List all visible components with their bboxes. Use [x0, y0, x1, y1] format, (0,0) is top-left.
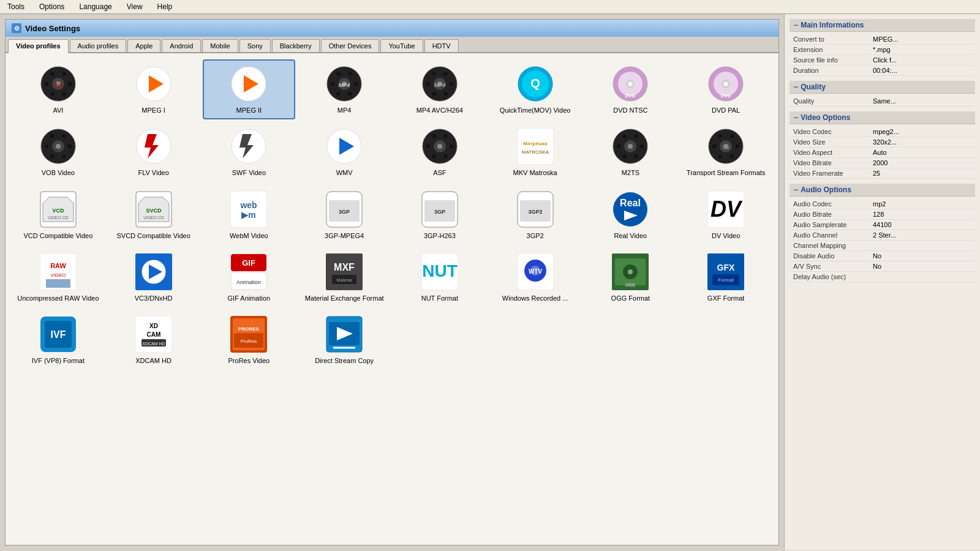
- format-item-xdcam[interactable]: XD CAM XDCAM HD XDCAM HD: [107, 310, 200, 370]
- info-value: MPEG...: [873, 36, 971, 43]
- format-item-nut[interactable]: NUT NUT Format: [393, 247, 486, 307]
- tab-mobile[interactable]: Mobile: [202, 39, 238, 52]
- info-label: Source file info: [793, 56, 873, 64]
- format-item-3gp2[interactable]: 3GP2 3GP2: [489, 185, 582, 245]
- svg-text:DV: DV: [710, 197, 743, 222]
- menu-view[interactable]: View: [124, 1, 145, 12]
- section-toggle[interactable]: −: [793, 186, 798, 194]
- format-item-3gph263[interactable]: 3GP 3GP-H263: [393, 185, 486, 245]
- info-value: *.mpg: [873, 46, 971, 53]
- format-item-mxf[interactable]: MXF Material Material Exchange Format: [298, 247, 391, 307]
- menu-help[interactable]: Help: [155, 1, 175, 12]
- format-item-gif[interactable]: GIF Animation GIF Animation: [203, 247, 296, 307]
- section-toggle[interactable]: −: [793, 83, 798, 91]
- format-item-dv[interactable]: DV DV Video: [679, 185, 772, 245]
- format-item-mpeg1[interactable]: MPEG I: [107, 59, 200, 119]
- section-toggle[interactable]: −: [793, 113, 798, 122]
- format-item-dvdpal[interactable]: DVD DVD PAL: [679, 59, 772, 119]
- svg-text:Матрёшка: Матрёшка: [523, 141, 548, 146]
- format-item-asf[interactable]: ASF: [393, 122, 486, 182]
- format-item-quicktime[interactable]: Q QuickTime(MOV) Video: [489, 59, 582, 119]
- tab-audio-profiles[interactable]: Audio profiles: [70, 39, 127, 52]
- tab-video-profiles[interactable]: Video profiles: [8, 39, 69, 53]
- format-item-ogv[interactable]: OGG OGG Format: [584, 247, 677, 307]
- svg-text:OGG: OGG: [625, 283, 635, 287]
- section-header[interactable]: − Audio Options: [790, 184, 975, 197]
- format-item-wtv[interactable]: WTV Windows Recorded ...: [489, 247, 582, 307]
- format-item-swf[interactable]: SWF Video: [203, 122, 296, 182]
- tab-youtube[interactable]: YouTube: [380, 39, 423, 52]
- section-header[interactable]: − Video Options: [790, 111, 975, 124]
- right-panel: − Main InformationsConvert toMPEG...Exte…: [784, 14, 980, 550]
- format-item-flv[interactable]: FLV Video: [107, 122, 200, 182]
- svg-point-57: [62, 135, 66, 138]
- format-item-tsf[interactable]: TS Transport Stream Formats: [679, 122, 772, 182]
- info-row: Convert toMPEG...: [790, 34, 975, 45]
- format-icon-dv: DV: [706, 190, 745, 229]
- info-row: Audio Samplerate44100: [790, 220, 975, 230]
- svg-text:MXF: MXF: [334, 262, 355, 272]
- format-icon-m2ts: [611, 127, 650, 166]
- svg-text:RAW: RAW: [50, 262, 66, 269]
- format-item-mpeg2[interactable]: MPEG II: [203, 59, 296, 119]
- menu-options[interactable]: Options: [37, 1, 67, 12]
- section-header[interactable]: − Main Informations: [790, 19, 975, 32]
- section-toggle[interactable]: −: [793, 21, 798, 29]
- format-item-mp4avc[interactable]: MP4 MP4 AVC/H264: [393, 59, 486, 119]
- menu-tools[interactable]: Tools: [5, 1, 27, 12]
- format-icon-quicktime: Q: [516, 64, 555, 103]
- svg-point-87: [736, 144, 739, 148]
- format-label-gif: GIF Animation: [228, 294, 271, 302]
- tab-blackberry[interactable]: Blackberry: [272, 39, 320, 52]
- format-item-raw[interactable]: RAW VIDEO Uncompressed RAW Video: [12, 247, 105, 307]
- svg-text:▶m: ▶m: [242, 210, 256, 220]
- format-item-real[interactable]: Real Real Video: [584, 185, 677, 245]
- format-label-3gpmpeg4: 3GP-MPEG4: [325, 231, 364, 240]
- format-item-mp4[interactable]: MP4 MP4: [298, 59, 391, 119]
- format-item-webm[interactable]: web ▶m WebM Video: [203, 185, 296, 245]
- main-container: ⚙ Video Settings Video profilesAudio pro…: [0, 14, 980, 550]
- format-item-vcd[interactable]: VCD VIDEO CD VCD Compatible Video: [12, 185, 105, 245]
- svg-point-5: [50, 92, 54, 96]
- svg-text:NUT: NUT: [422, 261, 458, 280]
- format-item-svcd[interactable]: SVCD VIDEO CD SVCD Compatible Video: [107, 185, 200, 245]
- svg-point-32: [426, 82, 430, 86]
- format-label-mkv: MKV Matroska: [513, 168, 557, 177]
- format-icon-xdcam: XD CAM XDCAM HD: [134, 315, 173, 354]
- menu-language[interactable]: Language: [77, 1, 114, 12]
- svg-point-3: [68, 82, 72, 86]
- tab-android[interactable]: Android: [162, 39, 201, 52]
- format-item-prores[interactable]: PRORES ProRes ProRes Video: [203, 310, 296, 370]
- section-header[interactable]: − Quality: [790, 81, 975, 94]
- format-icon-vc3: [134, 252, 173, 291]
- format-item-m2ts[interactable]: M2TS: [584, 122, 677, 182]
- info-row: Disable AudioNo: [790, 251, 975, 261]
- format-item-dsc[interactable]: Direct Stream Copy: [298, 310, 391, 370]
- svg-text:DVD: DVD: [721, 93, 731, 99]
- svg-point-24: [349, 72, 352, 76]
- format-label-swf: SWF Video: [232, 168, 266, 177]
- format-label-vc3: VC3/DNxHD: [135, 294, 173, 302]
- format-item-dvdntsc[interactable]: DVD DVD NTSC: [584, 59, 677, 119]
- format-label-ogv: OGG Format: [611, 294, 650, 302]
- format-label-dvdntsc: DVD NTSC: [613, 106, 647, 114]
- format-item-3gpmpeg4[interactable]: 3GP 3GP-MPEG4: [298, 185, 391, 245]
- tab-sony[interactable]: Sony: [239, 39, 271, 52]
- format-item-vc3[interactable]: VC3/DNxHD: [107, 247, 200, 307]
- format-item-gxf[interactable]: GFX Format GXF Format: [679, 247, 772, 307]
- svg-point-79: [635, 155, 638, 159]
- format-item-avi[interactable]: Avi AVI: [12, 59, 105, 119]
- tab-hdtv[interactable]: HDTV: [424, 39, 459, 52]
- tab-apple[interactable]: Apple: [127, 39, 160, 52]
- svg-text:VIDEO CD: VIDEO CD: [48, 216, 69, 220]
- format-item-wmv[interactable]: WMV: [298, 122, 391, 182]
- format-item-mkv[interactable]: Матрёшка MATROSKA MKV Matroska: [489, 122, 582, 182]
- format-icon-dvdntsc: DVD: [611, 64, 650, 103]
- svg-text:Avi: Avi: [53, 82, 63, 88]
- tab-other-devices[interactable]: Other Devices: [321, 39, 380, 52]
- info-value: Same...: [873, 97, 971, 105]
- format-item-vob[interactable]: VOB Video: [12, 122, 105, 182]
- format-item-ivf[interactable]: IVF IVF (VP8) Format: [12, 310, 105, 370]
- window-icon: ⚙: [12, 23, 21, 33]
- info-row: Video Size320x2...: [790, 137, 975, 148]
